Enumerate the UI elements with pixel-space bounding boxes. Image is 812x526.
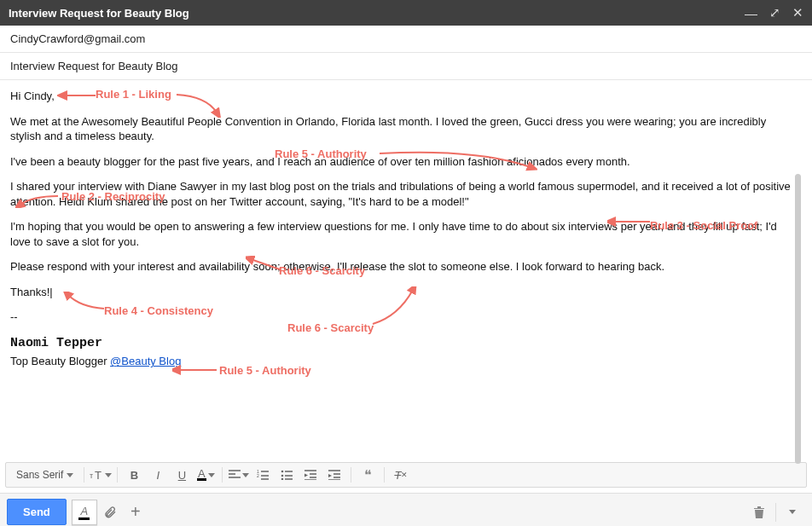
compose-title: Interview Request for Beauty Blog bbox=[9, 7, 189, 20]
sig-title: Top Beauty Blogger bbox=[10, 355, 110, 367]
font-size-btn[interactable]: тT bbox=[90, 465, 112, 485]
discard-draft-btn[interactable] bbox=[746, 500, 772, 525]
sig-link[interactable]: @Beauty Blog bbox=[110, 355, 181, 367]
window-controls: — ⤢ ✕ bbox=[745, 5, 803, 20]
compose-body[interactable]: Hi Cindy, We met at the Awesomely Beauti… bbox=[10, 89, 792, 454]
thanks: Thanks! bbox=[10, 285, 792, 300]
compose-titlebar: Interview Request for Beauty Blog — ⤢ ✕ bbox=[0, 0, 812, 26]
send-button[interactable]: Send bbox=[7, 499, 67, 525]
para-1: We met at the Awesomely Beautiful People… bbox=[10, 114, 792, 144]
compose-footer: Send A + bbox=[0, 493, 812, 526]
para-5: Please respond with your interest and av… bbox=[10, 259, 792, 275]
numbered-list-btn[interactable]: 12 bbox=[252, 465, 274, 485]
bold-btn[interactable]: B bbox=[123, 465, 145, 485]
svg-point-4 bbox=[281, 471, 284, 473]
para-2: I've been a beauty blogger for the past … bbox=[10, 154, 792, 170]
compose-header: CindyCrawford@gmail.com Interview Reques… bbox=[0, 26, 812, 80]
quote-btn[interactable]: ❝ bbox=[357, 465, 379, 485]
sig-divider: -- bbox=[10, 309, 792, 325]
font-family-select[interactable]: Sans Serif bbox=[11, 469, 78, 481]
insert-more-btn[interactable]: + bbox=[123, 500, 148, 525]
to-field[interactable]: CindyCrawford@gmail.com bbox=[0, 26, 812, 53]
sig-line2: Top Beauty Blogger @Beauty Blog bbox=[10, 354, 792, 369]
formatting-toolbar: Sans Serif тT B I U A 12 ❝ T✕ bbox=[5, 462, 807, 488]
scrollbar[interactable] bbox=[795, 174, 801, 464]
formatting-toggle-btn[interactable]: A bbox=[72, 500, 97, 525]
compose-body-wrap: Hi Cindy, We met at the Awesomely Beauti… bbox=[0, 80, 812, 462]
italic-btn[interactable]: I bbox=[147, 465, 169, 485]
close-icon[interactable]: ✕ bbox=[792, 5, 803, 20]
svg-point-5 bbox=[281, 475, 284, 477]
align-btn[interactable] bbox=[228, 465, 250, 485]
underline-btn[interactable]: U bbox=[171, 465, 193, 485]
greeting: Hi Cindy, bbox=[10, 89, 792, 104]
font-family-label: Sans Serif bbox=[16, 469, 63, 481]
minimize-icon[interactable]: — bbox=[745, 6, 757, 20]
sig-name: Naomi Tepper bbox=[10, 336, 102, 350]
attach-icon[interactable] bbox=[97, 500, 123, 525]
signature: Naomi Tepper bbox=[10, 335, 792, 352]
indent-more-btn[interactable] bbox=[323, 465, 345, 485]
svg-text:2: 2 bbox=[257, 473, 259, 478]
svg-point-6 bbox=[281, 478, 284, 480]
more-options-btn[interactable] bbox=[780, 500, 805, 525]
svg-text:т: т bbox=[90, 471, 93, 480]
chevron-down-icon bbox=[67, 473, 73, 477]
para-4: I'm hoping that you would be open to ans… bbox=[10, 219, 792, 249]
remove-formatting-btn[interactable]: T✕ bbox=[390, 465, 412, 485]
subject-field[interactable]: Interview Request for Beauty Blog bbox=[0, 53, 812, 80]
indent-less-btn[interactable] bbox=[299, 465, 322, 485]
text-color-btn[interactable]: A bbox=[194, 465, 217, 485]
bulleted-list-btn[interactable] bbox=[276, 465, 298, 485]
expand-icon[interactable]: ⤢ bbox=[769, 5, 780, 20]
svg-text:T: T bbox=[95, 469, 102, 481]
para-3: I shared your interview with Diane Sawye… bbox=[10, 179, 792, 209]
